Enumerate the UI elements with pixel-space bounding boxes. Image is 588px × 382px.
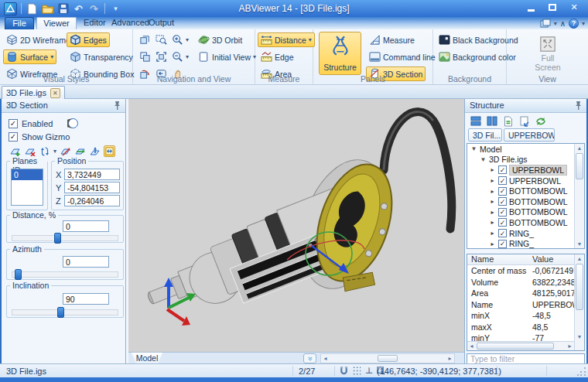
- tree-item[interactable]: ▸✓RING_: [467, 238, 584, 249]
- maximize-button[interactable]: [542, 0, 563, 14]
- scrollbar-thumb[interactable]: [576, 264, 583, 310]
- windows-panels-icon[interactable]: [540, 18, 551, 29]
- planes-id-item[interactable]: 0: [12, 169, 43, 180]
- expand-icon[interactable]: ▸: [489, 177, 496, 184]
- position-x-field[interactable]: [64, 169, 120, 180]
- tab-editor[interactable]: Editor: [80, 17, 109, 29]
- tree-item[interactable]: ▸✓BOTTOMBOWL: [467, 217, 584, 228]
- scrollbar-thumb[interactable]: [378, 355, 398, 362]
- property-row[interactable]: maxX48,5: [467, 322, 584, 333]
- properties-scrollbar[interactable]: ▲ ▼: [574, 254, 584, 350]
- qat-customize-icon[interactable]: ▾: [109, 2, 122, 15]
- tree-item[interactable]: ▸✓BOTTOMBOWL: [467, 207, 584, 218]
- resize-grip[interactable]: [577, 367, 586, 376]
- structure-tree[interactable]: ▼Model ▼3D File.igs ▸✓UPPERBOWL ▸✓UPPERB…: [467, 143, 585, 249]
- pin-icon[interactable]: [112, 101, 122, 111]
- measure-edge-button[interactable]: Edge: [258, 49, 297, 64]
- zoom-extents-icon[interactable]: [152, 49, 170, 64]
- scroll-left-icon[interactable]: ◂: [467, 342, 476, 350]
- expand-icon[interactable]: ▸: [489, 219, 496, 226]
- position-z-field[interactable]: [64, 195, 120, 206]
- tab-viewer-3d[interactable]: Viewer 3D: [36, 17, 77, 29]
- switch-view-icon[interactable]: [136, 49, 154, 64]
- tree-checkbox-icon[interactable]: ✓: [498, 197, 507, 206]
- command-line-button[interactable]: Command line: [366, 49, 439, 64]
- scroll-up-icon[interactable]: ▲: [575, 144, 584, 152]
- structure-tab-upperbowl[interactable]: UPPERBOWL: [504, 128, 555, 142]
- tree-scrollbar[interactable]: ▲ ▼: [574, 144, 584, 248]
- document-close-icon[interactable]: ✕: [50, 88, 60, 98]
- properties-grid[interactable]: Name Value Center of mass-0,0672149757 V…: [467, 254, 585, 351]
- grid-icon[interactable]: [352, 366, 362, 376]
- delete-plane-icon[interactable]: [24, 145, 36, 157]
- enabled-checkbox[interactable]: ✓ Enabled: [9, 118, 79, 129]
- edges-button[interactable]: Edges: [67, 32, 110, 47]
- expand-icon[interactable]: ▸: [489, 188, 496, 195]
- property-row[interactable]: NameUPPERBOWL: [467, 299, 584, 311]
- tree-item[interactable]: ▸✓UPPERBOWL: [467, 176, 584, 186]
- rotate-view-icon[interactable]: [136, 32, 154, 47]
- document-tab[interactable]: 3D File.igs ✕: [2, 86, 65, 99]
- tree-item[interactable]: ▸✓BOTTOMBOWL: [467, 186, 584, 196]
- magnet-icon[interactable]: [339, 366, 349, 376]
- orbit-button[interactable]: 3D Orbit: [195, 32, 245, 47]
- tree-item[interactable]: ▸✓BOTTOMBOWL: [467, 196, 584, 207]
- sync-structure-icon[interactable]: [535, 115, 546, 127]
- export-structure-icon[interactable]: [518, 115, 530, 127]
- model-layout-tab[interactable]: Model: [132, 353, 162, 363]
- scroll-down-icon[interactable]: ▼: [575, 240, 584, 248]
- property-row[interactable]: minX-48,5: [467, 310, 584, 322]
- app-logo-icon[interactable]: [4, 2, 17, 15]
- close-button[interactable]: ✕: [563, 0, 585, 14]
- tree-node-file[interactable]: ▼3D File.igs: [467, 155, 584, 165]
- inclination-slider-thumb[interactable]: [57, 307, 64, 318]
- tree-checkbox-icon[interactable]: ✓: [498, 229, 507, 237]
- structure-panel-button[interactable]: Structure: [319, 32, 361, 75]
- filter-input[interactable]: [467, 353, 585, 364]
- minimize-button[interactable]: [520, 0, 542, 14]
- plane-x-icon[interactable]: [60, 145, 71, 157]
- structure-tab-file[interactable]: 3D Fil...: [468, 128, 502, 142]
- 2d-wireframe-button[interactable]: 2D Wireframe: [3, 32, 74, 47]
- layout-vertical-icon[interactable]: [486, 115, 497, 127]
- scrollbar-thumb[interactable]: [477, 343, 554, 350]
- refresh-structure-icon[interactable]: [502, 115, 514, 127]
- tree-checkbox-icon[interactable]: ✓: [498, 240, 507, 248]
- tree-checkbox-icon[interactable]: ✓: [498, 218, 507, 227]
- tree-checkbox-icon[interactable]: ✓: [498, 165, 507, 174]
- surface-button[interactable]: Surface▾: [3, 49, 56, 64]
- save-icon[interactable]: [56, 2, 70, 15]
- azimuth-slider[interactable]: [12, 271, 118, 278]
- collapse-icon[interactable]: ▼: [480, 156, 487, 163]
- new-document-icon[interactable]: [26, 2, 39, 15]
- expand-icon[interactable]: ▸: [489, 230, 496, 237]
- flip-plane-icon[interactable]: [39, 145, 50, 157]
- measure-panel-button[interactable]: Measure: [366, 32, 418, 47]
- scroll-up-icon[interactable]: ▲: [575, 254, 584, 263]
- zoom-out-button[interactable]: ▾: [169, 49, 192, 64]
- add-plane-icon[interactable]: [9, 145, 21, 157]
- collapse-icon[interactable]: ▼: [470, 145, 477, 152]
- viewport-3d[interactable]: [128, 99, 464, 352]
- property-row[interactable]: Volume63822,2348948: [467, 277, 584, 288]
- expand-icon[interactable]: ▸: [489, 209, 496, 216]
- flip-plane-caret-icon[interactable]: ▾: [53, 148, 56, 155]
- help-caret-icon[interactable]: ▾: [582, 18, 585, 29]
- tree-checkbox-icon[interactable]: ✓: [498, 176, 507, 185]
- distance-slider-thumb[interactable]: [54, 233, 61, 244]
- tree-node-model[interactable]: ▼Model: [467, 144, 584, 155]
- layout-horizontal-icon[interactable]: [470, 115, 481, 127]
- transparency-button[interactable]: Transparency: [67, 49, 136, 64]
- name-column-header[interactable]: Name: [467, 254, 532, 264]
- pin-icon[interactable]: [573, 101, 583, 111]
- open-folder-icon[interactable]: [41, 2, 54, 15]
- scroll-right-icon[interactable]: ▸: [566, 342, 574, 350]
- scroll-down-icon[interactable]: ▼: [575, 333, 584, 341]
- inclination-slider[interactable]: [12, 309, 118, 315]
- tree-item[interactable]: ▸✓RING_: [467, 228, 584, 239]
- windows-panels-caret-icon[interactable]: ▾: [554, 18, 557, 29]
- help-icon[interactable]: ?: [569, 19, 579, 29]
- properties-horizontal-scrollbar[interactable]: ◂ ▸: [467, 341, 574, 350]
- scroll-right-icon[interactable]: ▸: [446, 354, 454, 363]
- viewport-horizontal-scrollbar[interactable]: ◂ ▸: [320, 353, 455, 363]
